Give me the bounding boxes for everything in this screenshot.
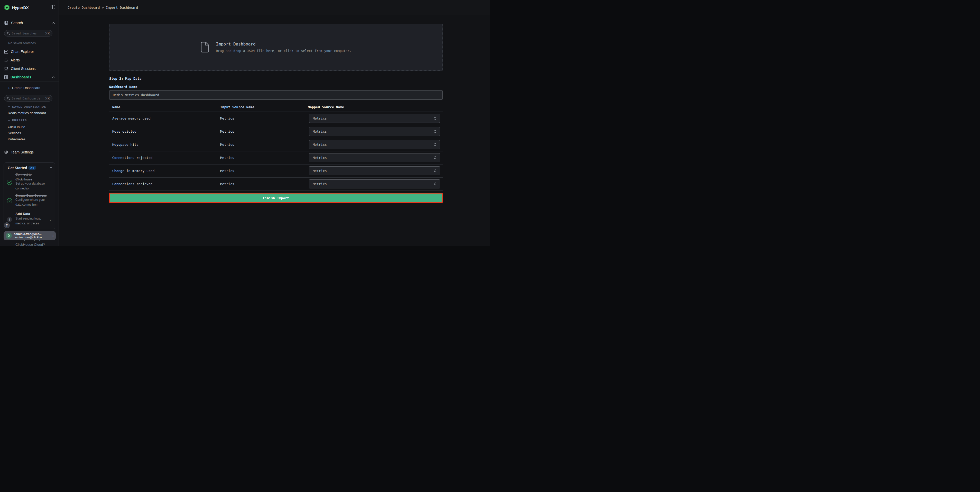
chevron-up-icon [52, 76, 55, 78]
row-name: Keys evicted [112, 129, 137, 134]
nav-label: Client Sessions [11, 67, 36, 71]
mapped-source-select[interactable]: Metrics [309, 140, 440, 149]
nav-label: Chart Explorer [11, 49, 34, 54]
chevron-right-icon: › [52, 234, 54, 238]
dashboard-name-label: Dashboard Name [109, 85, 137, 89]
chart-explorer-icon [4, 49, 8, 54]
select-carets-icon [434, 117, 436, 120]
divider [0, 27, 59, 27]
top-header: Create Dashboard > Import Dashboard [59, 0, 490, 15]
row-name: Keyspace hits [112, 143, 138, 146]
sidebar-item-dashboards[interactable]: Dashboards [0, 73, 59, 81]
row-input-source: Metrics [220, 169, 234, 173]
shortcut-badge: ⌘K [45, 32, 49, 35]
column-header-input-source: Input Source Name [220, 105, 255, 109]
chevron-down-icon [8, 119, 10, 121]
step-number-badge: 3 [7, 217, 12, 222]
breadcrumb: Create Dashboard > Import Dashboard [68, 6, 138, 10]
user-menu[interactable]: D dominic.tran@clic... dominic.tran@clic… [3, 231, 56, 240]
user-name: dominic.tran@clic... [14, 232, 51, 236]
collapse-sidebar-icon[interactable] [51, 5, 55, 9]
select-value: Metrics [313, 143, 327, 146]
mapped-source-select[interactable]: Metrics [309, 127, 440, 136]
section-label: SAVED DASHBOARDS [12, 105, 46, 108]
nav-label: Dashboards [11, 75, 31, 79]
presets-section-toggle[interactable]: PRESETS [8, 119, 27, 122]
breadcrumb-current: Import Dashboard [106, 6, 138, 10]
get-started-step-title[interactable]: Connect to ClickHouse [16, 172, 40, 182]
search-section-icon [4, 21, 8, 25]
create-dashboard-button[interactable]: + Create Dashboard [0, 84, 59, 91]
sidebar-item-search[interactable]: Search [0, 19, 59, 27]
help-button[interactable]: ? [4, 222, 10, 228]
select-value: Metrics [313, 129, 327, 134]
get-started-step-desc: Set up your database connection [16, 181, 49, 191]
search-icon [7, 97, 10, 100]
hyperdx-logo-icon [4, 5, 10, 10]
sidebar-item-client-sessions[interactable]: Client Sessions [0, 65, 59, 73]
sidebar-item-team-settings[interactable]: Team Settings [0, 148, 59, 156]
preset-item-services[interactable]: Services [8, 131, 21, 135]
dashboard-name-input[interactable] [109, 90, 443, 100]
brand-name: HyperDX [12, 5, 29, 10]
dashboards-grid-icon [4, 75, 8, 79]
check-circle-icon [7, 180, 12, 185]
avatar: D [6, 232, 12, 239]
no-saved-searches-note: No saved searches [8, 41, 36, 45]
get-started-step-title[interactable]: Add Data [16, 211, 49, 216]
plus-icon: + [8, 86, 10, 90]
select-value: Metrics [313, 182, 327, 186]
row-name: Average memory used [112, 116, 151, 120]
row-name: Change in memory used [112, 169, 154, 173]
app-window: HyperDX Search ⌘ [0, 0, 490, 246]
saved-searches-input[interactable] [12, 32, 43, 35]
team-settings-label: Team Settings [11, 150, 33, 154]
mapped-source-select[interactable]: Metrics [309, 114, 440, 123]
check-circle-icon [7, 198, 12, 203]
file-icon [200, 41, 209, 53]
saved-dashboard-item[interactable]: Redis metrics dashboard [8, 111, 46, 115]
finish-import-button[interactable]: Finish Import [109, 193, 443, 203]
chevron-up-icon [52, 22, 55, 24]
saved-dashboards-search[interactable]: ⌘K [4, 95, 52, 102]
arrow-right-icon[interactable]: → [48, 217, 52, 221]
mapped-source-select[interactable]: Metrics [309, 166, 440, 175]
breadcrumb-separator: > [102, 6, 106, 10]
mapped-source-select[interactable]: Metrics [309, 180, 440, 188]
sidebar: HyperDX Search ⌘ [0, 0, 59, 246]
breadcrumb-parent[interactable]: Create Dashboard [68, 6, 100, 10]
sidebar-item-chart-explorer[interactable]: Chart Explorer [0, 48, 59, 56]
divider [109, 111, 443, 112]
brand[interactable]: HyperDX [4, 5, 29, 10]
shortcut-badge: ⌘K [45, 97, 49, 100]
divider [109, 151, 443, 151]
row-name: Connections recieved [112, 182, 153, 186]
dropzone-text: Import Dashboard Drag and drop a JSON fi… [216, 41, 352, 53]
row-name: Connections rejected [112, 156, 153, 160]
chevron-down-icon [8, 106, 10, 107]
laptop-icon [4, 67, 8, 70]
saved-dashboards-section-toggle[interactable]: SAVED DASHBOARDS [8, 105, 46, 108]
mapped-source-select[interactable]: Metrics [309, 153, 440, 162]
lightning-bolt-icon [6, 6, 8, 9]
json-file-dropzone[interactable]: Import Dashboard Drag and drop a JSON fi… [109, 24, 443, 71]
get-started-title: Get Started [8, 166, 27, 170]
divider [109, 177, 443, 178]
select-carets-icon [434, 143, 436, 146]
chevron-up-icon[interactable] [49, 167, 52, 169]
divider [0, 81, 59, 81]
step-label: Step 2: Map Data [109, 76, 141, 80]
dropzone-title: Import Dashboard [216, 41, 352, 46]
get-started-step-desc: Start sending logs, metrics, or traces [16, 216, 47, 226]
column-header-mapped-source: Mapped Source Name [308, 105, 344, 109]
select-carets-icon [434, 182, 436, 186]
dropzone-subtitle: Drag and drop a JSON file here, or click… [216, 49, 352, 53]
row-input-source: Metrics [220, 143, 234, 146]
preset-item-kubernetes[interactable]: Kubernetes [8, 137, 25, 141]
sidebar-item-alerts[interactable]: Alerts [0, 56, 59, 64]
gear-icon [4, 150, 8, 154]
saved-searches-search[interactable]: ⌘K [4, 30, 52, 37]
saved-dashboards-input[interactable] [12, 97, 43, 100]
select-value: Metrics [313, 116, 327, 120]
preset-item-clickhouse[interactable]: ClickHouse [8, 125, 25, 129]
